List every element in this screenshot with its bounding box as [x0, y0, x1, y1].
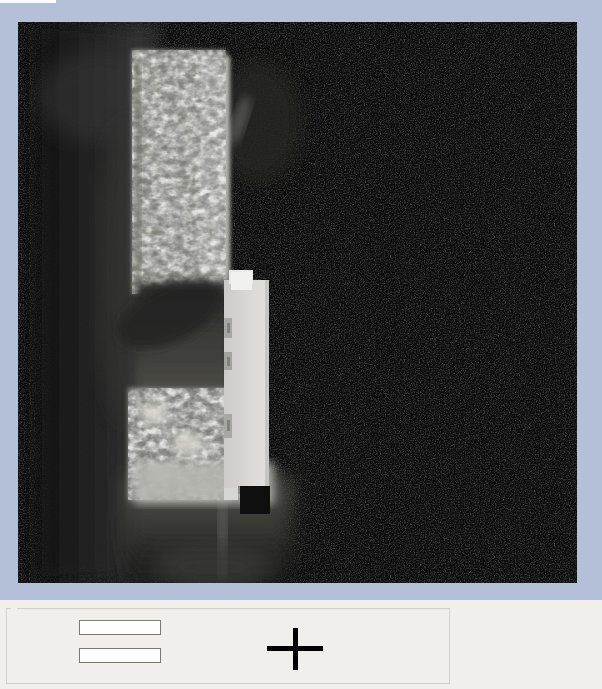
chip-bottom-notch — [240, 486, 270, 514]
azimuth-label — [16, 650, 80, 663]
inclination-label — [16, 622, 80, 635]
chip-component — [224, 270, 270, 514]
viewer-chrome — [0, 0, 602, 600]
chip-bottom-tail — [224, 488, 238, 500]
app-window: { "window": { "chrome_color": "#b3c0d8",… — [0, 0, 602, 689]
porous-column-upper — [132, 50, 230, 294]
inclination-input[interactable] — [79, 620, 161, 635]
window-edge-artifact — [0, 0, 56, 3]
radiograph-viewport[interactable] — [18, 22, 577, 583]
chip-right-edge — [265, 280, 269, 488]
groupbox-legend — [11, 601, 17, 614]
chip-top-bright — [231, 272, 252, 290]
azimuth-input[interactable] — [79, 648, 161, 663]
axis-cross-vertical — [293, 628, 298, 670]
radiograph-image — [18, 22, 577, 583]
chip-body — [224, 280, 269, 488]
model-coordinates-groupbox — [6, 608, 450, 684]
